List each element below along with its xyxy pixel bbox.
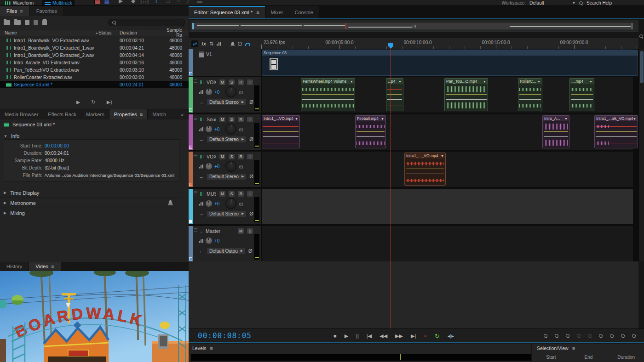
more-tabs-chevron[interactable]: » [171, 109, 189, 119]
audio-clip[interactable]: Intro_A...▼ [542, 115, 569, 148]
solo-button[interactable]: S [229, 117, 235, 122]
zoom-reset-button[interactable] [588, 334, 592, 339]
tab-effects-rack[interactable]: Effects Rack [43, 109, 81, 119]
zoom-full-button[interactable] [632, 334, 636, 339]
pan-knob[interactable] [225, 161, 236, 172]
monitor-headphones-icon[interactable] [245, 43, 250, 46]
zoom-to-out-point-button[interactable] [610, 334, 614, 339]
file-row[interactable]: RollerCoaster Extracted.wav 00:00:03:004… [0, 74, 189, 81]
marquee-tool-icon[interactable]: □ [167, 0, 170, 4]
search-help-field[interactable]: Search Help [586, 0, 612, 6]
tab-properties[interactable]: Properties≡ [109, 109, 148, 119]
mute-button[interactable]: M [238, 228, 244, 234]
move-tool-icon[interactable]: ▶ [119, 0, 123, 4]
volume-knob[interactable] [206, 163, 212, 170]
track-name[interactable]: VOX 3 [207, 154, 216, 159]
navigator-grip[interactable] [413, 25, 416, 28]
go-to-start-button[interactable]: |◀ [367, 333, 372, 339]
phase-icon[interactable]: Ø [248, 248, 253, 254]
navigator-right-handle[interactable] [631, 23, 633, 29]
eraser-tool-icon[interactable]: ▬ [197, 0, 202, 4]
volume-knob[interactable] [206, 238, 212, 244]
solo-button[interactable]: S [229, 154, 235, 159]
track-header-vox1[interactable]: VOX1 M S R I +0 ((·)) [189, 77, 261, 113]
mute-button[interactable]: M [219, 117, 225, 122]
clip-dropdown-icon[interactable]: ▼ [589, 80, 592, 83]
mute-button[interactable]: M [219, 154, 225, 159]
gain-value[interactable]: +0 [214, 238, 219, 243]
fast-forward-button[interactable]: ▶▶ [395, 333, 403, 339]
track-color-swatch[interactable] [189, 108, 192, 112]
solo-button[interactable]: S [229, 79, 235, 85]
open-file-icon[interactable] [4, 20, 10, 25]
audio-clip[interactable]: ....mp4▼ [569, 78, 594, 111]
navigator-left-handle[interactable] [192, 23, 194, 29]
levels-panel-header[interactable]: Levels≡ [192, 345, 213, 351]
gain-value[interactable]: +0 [214, 201, 219, 206]
column-name[interactable]: Name ▲ [0, 30, 98, 35]
slip-tool-icon[interactable]: |↔| [140, 0, 149, 4]
file-row[interactable]: Intro_Arcade_VO Extracted.wav 00:00:03:1… [0, 59, 189, 66]
play-button[interactable]: ▶ [345, 333, 348, 339]
column-status[interactable]: Status [98, 30, 120, 35]
volume-knob[interactable] [206, 89, 212, 95]
output-routing[interactable]: Default Stereo▶ [207, 136, 247, 143]
tab-history[interactable]: History [0, 262, 29, 271]
snapping-toggle-icon[interactable]: ⇄ [191, 40, 198, 47]
panel-menu-icon[interactable]: ≡ [572, 345, 575, 351]
timeline-ruler[interactable]: ⇄ fx ⇅ 23.976 fps 00:00:05:00.0 00:00:10… [189, 38, 638, 49]
time-selection-tool-icon[interactable]: I [155, 0, 157, 4]
monitor-input-button[interactable]: I [247, 117, 253, 122]
gain-value[interactable]: +0 [214, 90, 219, 95]
track-color-swatch[interactable] [189, 72, 192, 75]
clip-dropdown-icon[interactable]: ▼ [381, 117, 384, 120]
gain-value[interactable]: +0 [214, 127, 219, 132]
delete-file-icon[interactable] [42, 20, 47, 25]
tab-favorites[interactable]: Favorites [30, 6, 64, 16]
video-lane[interactable]: Sequence 03 [261, 49, 633, 76]
clip-dropdown-icon[interactable]: ▼ [398, 80, 402, 83]
clip-dropdown-icon[interactable]: ▼ [350, 80, 353, 83]
panel-menu-icon[interactable]: ≡ [210, 345, 213, 351]
zoom-in-amplitude-button[interactable] [566, 334, 569, 339]
zoom-in-time-button[interactable] [544, 334, 547, 339]
record-button[interactable]: ● [424, 333, 427, 339]
track-header-master[interactable]: → Master M S +0 ← Default Outpu▶ [189, 226, 261, 261]
zoom-to-in-point-button[interactable] [599, 334, 603, 339]
tab-mixer[interactable]: Mixer [265, 6, 289, 18]
import-file-icon[interactable] [14, 20, 21, 25]
track-name[interactable]: VOX1 [207, 79, 216, 85]
track-color-swatch[interactable] [189, 183, 192, 186]
clip-dropdown-icon[interactable]: ▼ [633, 117, 636, 120]
pan-knob[interactable] [225, 86, 236, 97]
workspace-dropdown-caret-icon[interactable]: ▼ [572, 1, 575, 5]
track-lane-master[interactable] [261, 226, 633, 261]
metronome-icon[interactable] [168, 200, 173, 205]
file-row[interactable]: Intro1_Boardwalk_VO Extracted.wav 00:00:… [0, 37, 189, 44]
output-routing[interactable]: Default Stereo▶ [207, 99, 247, 106]
track-grip[interactable] [194, 79, 197, 83]
tracks-empty-area[interactable] [189, 261, 638, 328]
pause-button[interactable]: || [356, 333, 359, 339]
audio-clip[interactable]: RollerC...▼ [518, 78, 542, 111]
phase-icon[interactable]: Ø [249, 99, 253, 105]
track-header-vox3[interactable]: VOX 3 M S R I +0 ((·)) [189, 152, 261, 187]
track-name[interactable]: Master [206, 228, 235, 234]
track-name[interactable]: MUSIC [207, 191, 216, 197]
audio-clip[interactable]: Intro1_..._VO.mp4▼ [404, 153, 446, 186]
column-duration[interactable]: Duration [120, 30, 162, 35]
tab-editor[interactable]: Editor: Sequence 03.xml *≡ [189, 6, 265, 18]
go-to-end-button[interactable]: ▶| [411, 333, 416, 339]
phase-icon[interactable]: Ø [249, 211, 253, 216]
lasso-tool-icon[interactable]: ○ [177, 0, 180, 4]
file-row[interactable]: Pan_ToBeachVO Extracted.wav 00:00:03:104… [0, 66, 189, 74]
output-routing[interactable]: Default Outpu▶ [207, 248, 246, 255]
timeline-navigator[interactable] [190, 20, 638, 32]
panel-menu-icon[interactable]: ≡ [256, 10, 259, 15]
waveform-display-icon[interactable] [104, 0, 110, 4]
vertical-zoom-icon[interactable] [639, 34, 643, 38]
solo-button[interactable]: S [229, 191, 235, 197]
clip-dropdown-icon[interactable]: ▼ [483, 80, 486, 83]
tab-files[interactable]: Files≡ [0, 6, 30, 16]
preview-play-button[interactable]: ▶ [76, 99, 80, 105]
